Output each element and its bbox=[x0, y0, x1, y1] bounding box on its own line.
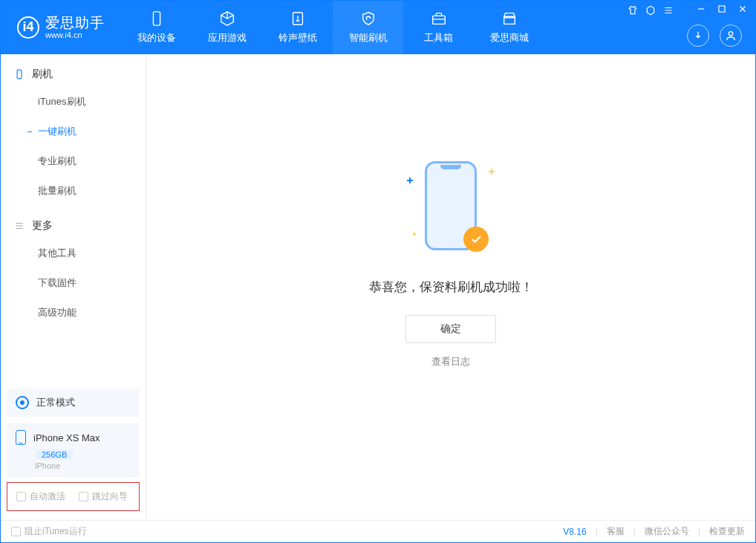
sidebar-item-pro-flash[interactable]: 专业刷机 bbox=[1, 146, 146, 176]
tab-apps-games[interactable]: 应用游戏 bbox=[192, 1, 262, 54]
app-url: www.i4.cn bbox=[45, 30, 105, 39]
mode-card[interactable]: 正常模式 bbox=[7, 388, 140, 417]
device-icon bbox=[14, 69, 25, 79]
tab-smart-flash[interactable]: 智能刷机 bbox=[333, 1, 403, 54]
sidebar-item-batch-flash[interactable]: 批量刷机 bbox=[1, 176, 146, 206]
options-highlight-box: 自动激活 跳过向导 bbox=[7, 482, 140, 511]
download-button[interactable] bbox=[687, 25, 709, 47]
store-icon bbox=[501, 10, 518, 27]
sidebar-item-download-fw[interactable]: 下载固件 bbox=[1, 268, 146, 298]
checkbox-skip-wizard[interactable]: 跳过向导 bbox=[79, 490, 128, 503]
window-controls bbox=[696, 4, 748, 14]
toolbox-icon bbox=[431, 10, 447, 27]
sidebar: 刷机 iTunes刷机 一键刷机 专业刷机 批量刷机 更多 其他工具 下载固件 … bbox=[1, 54, 146, 520]
checkbox-icon bbox=[79, 492, 88, 501]
ok-button[interactable]: 确定 bbox=[405, 315, 496, 343]
svg-rect-0 bbox=[153, 12, 160, 25]
app-header: i4 爱思助手 www.i4.cn 我的设备 应用游戏 铃声壁纸 智能刷机 工具… bbox=[1, 1, 755, 54]
menu-icon[interactable] bbox=[663, 5, 674, 16]
sidebar-item-itunes-flash[interactable]: iTunes刷机 bbox=[1, 87, 146, 117]
view-log-link[interactable]: 查看日志 bbox=[431, 355, 470, 368]
phone-icon bbox=[149, 10, 165, 27]
user-icon bbox=[725, 30, 737, 42]
sidebar-item-other-tools[interactable]: 其他工具 bbox=[1, 238, 146, 268]
device-card[interactable]: iPhone XS Max 256GB iPhone bbox=[7, 423, 140, 478]
sidebar-item-oneclick-flash[interactable]: 一键刷机 bbox=[1, 117, 146, 146]
checkbox-auto-activate[interactable]: 自动激活 bbox=[16, 490, 65, 503]
tshirt-icon[interactable] bbox=[628, 5, 638, 16]
list-icon bbox=[14, 221, 25, 231]
version-label: V8.16 bbox=[563, 527, 586, 537]
cube-icon bbox=[219, 10, 235, 27]
svg-rect-2 bbox=[432, 16, 445, 24]
sidebar-group-more: 更多 bbox=[1, 206, 146, 238]
nav-tabs: 我的设备 应用游戏 铃声壁纸 智能刷机 工具箱 爱思商城 bbox=[121, 1, 544, 54]
maximize-icon[interactable] bbox=[717, 4, 727, 14]
refresh-shield-icon bbox=[360, 10, 377, 27]
tab-store[interactable]: 爱思商城 bbox=[474, 1, 544, 54]
mode-label: 正常模式 bbox=[36, 396, 75, 409]
app-title: 爱思助手 bbox=[45, 16, 105, 31]
sidebar-group-flash: 刷机 bbox=[1, 54, 146, 87]
tab-my-device[interactable]: 我的设备 bbox=[121, 1, 192, 54]
app-logo[interactable]: i4 爱思助手 www.i4.cn bbox=[1, 16, 121, 40]
header-right-actions bbox=[687, 25, 742, 47]
success-message: 恭喜您，保资料刷机成功啦！ bbox=[369, 279, 533, 296]
mode-icon bbox=[16, 396, 29, 409]
device-capacity: 256GB bbox=[35, 449, 74, 460]
success-illustration bbox=[417, 161, 484, 258]
logo-icon: i4 bbox=[17, 16, 39, 39]
checkbox-block-itunes[interactable]: 阻止iTunes运行 bbox=[11, 525, 87, 538]
user-button[interactable] bbox=[720, 25, 742, 47]
footer-link-wechat[interactable]: 微信公众号 bbox=[645, 525, 689, 538]
status-bar: 阻止iTunes运行 V8.16 | 客服 | 微信公众号 | 检查更新 bbox=[1, 520, 755, 542]
checkbox-icon bbox=[11, 527, 21, 536]
tab-ringtones[interactable]: 铃声壁纸 bbox=[262, 1, 333, 54]
titlebar-extra bbox=[628, 5, 674, 16]
footer-link-update[interactable]: 检查更新 bbox=[709, 525, 745, 538]
hex-icon[interactable] bbox=[645, 5, 656, 16]
checkbox-icon bbox=[16, 492, 26, 501]
download-icon bbox=[692, 30, 704, 42]
footer-link-support[interactable]: 客服 bbox=[607, 525, 625, 538]
minimize-icon[interactable] bbox=[696, 4, 706, 14]
tab-toolbox[interactable]: 工具箱 bbox=[403, 1, 474, 54]
svg-point-4 bbox=[729, 32, 732, 36]
music-icon bbox=[290, 10, 306, 27]
close-icon[interactable] bbox=[737, 4, 748, 14]
main-content: 恭喜您，保资料刷机成功啦！ 确定 查看日志 bbox=[146, 54, 755, 520]
sidebar-item-advanced[interactable]: 高级功能 bbox=[1, 298, 146, 328]
svg-rect-5 bbox=[17, 70, 22, 79]
device-type: iPhone bbox=[35, 461, 131, 470]
svg-rect-3 bbox=[719, 6, 725, 12]
device-name: iPhone XS Max bbox=[33, 432, 100, 443]
phone-outline-icon bbox=[16, 430, 26, 445]
check-badge-icon bbox=[463, 227, 489, 252]
